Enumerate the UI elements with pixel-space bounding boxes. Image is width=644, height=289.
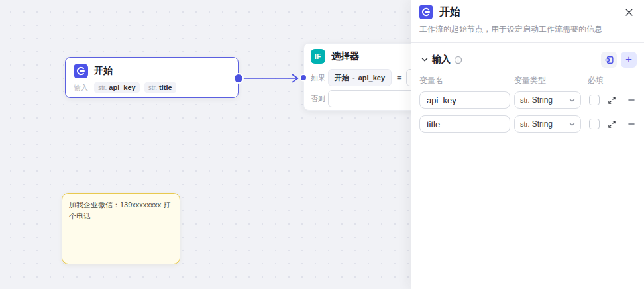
variable-name-input[interactable] [419, 91, 510, 109]
start-node-title: 开始 [94, 65, 113, 77]
variable-type-select[interactable]: str. String [514, 91, 581, 109]
start-node[interactable]: 开始 输入 str. api_key str. title [65, 57, 239, 98]
batch-import-button[interactable] [601, 52, 617, 68]
else-label: 否则 [311, 94, 328, 104]
required-checkbox[interactable] [589, 119, 600, 129]
start-node-input-label: 输入 [74, 83, 88, 93]
column-required: 必填 [588, 75, 604, 86]
column-variable-name: 变量名 [419, 75, 514, 86]
column-variable-type: 变量类型 [514, 75, 588, 86]
expand-button[interactable] [607, 119, 617, 129]
type-value: String [532, 119, 568, 129]
variable-table-header: 变量名 变量类型 必填 [411, 75, 644, 86]
remove-variable-button[interactable] [626, 119, 636, 129]
sticky-note-text: 加我企业微信：139xxxxxxxx 打个电话 [69, 200, 173, 221]
expand-icon [608, 96, 616, 105]
minus-icon [627, 96, 635, 104]
start-node-var-tag: str. api_key [94, 82, 140, 93]
type-prefix: str. [520, 96, 530, 104]
var-type-prefix: str. [148, 84, 157, 91]
chevron-down-icon [568, 97, 576, 104]
required-checkbox[interactable] [589, 95, 600, 105]
info-icon [454, 56, 462, 64]
type-value: String [532, 95, 568, 105]
if-label: 如果 [311, 73, 328, 83]
remove-variable-button[interactable] [626, 95, 636, 105]
variable-name-input[interactable] [419, 115, 510, 133]
type-prefix: str. [520, 120, 530, 128]
expand-icon [608, 120, 616, 129]
close-icon [625, 8, 633, 17]
condition-left-operand[interactable]: 开始 - api_key [328, 69, 392, 86]
close-panel-button[interactable] [621, 5, 636, 19]
chevron-down-icon [421, 56, 429, 64]
start-node-icon [74, 64, 88, 78]
panel-start-icon [419, 5, 433, 19]
start-node-var-tag: str. title [144, 82, 176, 93]
minus-icon [627, 120, 635, 128]
collapse-input-section-button[interactable] [419, 54, 430, 65]
condition-separator: - [352, 74, 355, 82]
condition-ref-node: 开始 [335, 73, 349, 83]
input-section-label: 输入 [432, 54, 451, 66]
import-icon [604, 55, 614, 65]
var-name: api_key [109, 84, 135, 91]
chevron-down-icon [568, 121, 576, 128]
variable-row: str. String [411, 91, 644, 109]
selector-node-input-port[interactable] [301, 75, 306, 80]
variable-type-select[interactable]: str. String [514, 115, 581, 133]
sticky-note[interactable]: 加我企业微信：139xxxxxxxx 打个电话 [62, 193, 180, 264]
var-type-prefix: str. [98, 84, 107, 91]
condition-operator[interactable]: = [397, 74, 401, 82]
selector-node-title: 选择器 [331, 50, 359, 62]
add-variable-button[interactable]: + [621, 52, 637, 68]
condition-ref-field: api_key [358, 74, 385, 82]
start-node-config-panel: 开始 工作流的起始节点，用于设定启动工作流需要的信息 输入 [411, 0, 644, 289]
panel-description: 工作流的起始节点，用于设定启动工作流需要的信息 [411, 19, 644, 42]
start-node-output-port[interactable] [235, 74, 242, 82]
var-name: title [159, 84, 172, 91]
selector-node-icon: IF [311, 49, 325, 64]
variable-row: str. String [411, 115, 644, 133]
panel-title: 开始 [439, 5, 621, 19]
expand-button[interactable] [607, 95, 617, 105]
